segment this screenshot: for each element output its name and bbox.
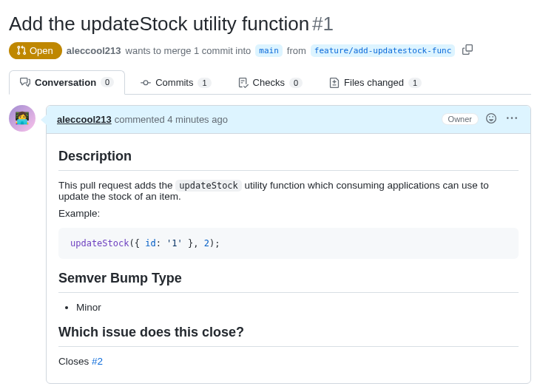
tab-count: 1 (408, 78, 422, 88)
pr-state-label: Open (30, 45, 53, 56)
git-commit-icon (141, 78, 151, 88)
comment-card: aleccool213 commented 4 minutes ago Owne… (46, 105, 531, 384)
merge-text-from: from (287, 45, 306, 56)
closes-issue-link[interactable]: #2 (92, 356, 103, 367)
tab-count: 0 (101, 77, 114, 87)
section-heading-description: Description (58, 149, 519, 171)
tab-conversation[interactable]: Conversation 0 (9, 70, 125, 95)
list-item: Minor (76, 302, 519, 313)
pr-author-link[interactable]: aleccool213 (67, 45, 121, 56)
section-heading-issue: Which issue does this close? (58, 325, 519, 347)
tab-label: Commits (155, 77, 193, 88)
example-label: Example: (58, 208, 519, 219)
semver-list: Minor (76, 302, 519, 313)
description-paragraph: This pull request adds the updateStock u… (58, 180, 519, 202)
code-example: updateStock({ id: '1' }, 2); (58, 228, 519, 259)
head-branch-chip[interactable]: feature/add-updatestock-func (311, 44, 455, 57)
tab-commits[interactable]: Commits 1 (129, 70, 222, 95)
git-pull-request-icon (16, 45, 27, 55)
copy-branch-icon[interactable] (459, 43, 476, 58)
file-diff-icon (329, 78, 340, 88)
comment-time: commented 4 minutes ago (115, 114, 228, 125)
comment-author-link[interactable]: aleccool213 (57, 114, 112, 125)
merge-text: wants to merge 1 commit into (126, 45, 252, 56)
tab-label: Files changed (344, 77, 404, 88)
tab-count: 1 (198, 78, 211, 88)
owner-badge: Owner (442, 113, 479, 125)
comment-discussion-icon (20, 77, 30, 87)
tab-bar: Conversation 0 Commits 1 Checks 0 Files … (9, 70, 531, 95)
add-reaction-icon[interactable] (483, 112, 499, 127)
pr-title: Add the updateStock utility function (9, 13, 309, 35)
base-branch-chip[interactable]: main (255, 44, 283, 57)
tab-label: Conversation (35, 77, 96, 88)
avatar[interactable]: 👩‍💻 (9, 105, 36, 132)
comment-body: Description This pull request adds the u… (47, 134, 530, 383)
kebab-menu-icon[interactable] (504, 112, 520, 127)
tab-checks[interactable]: Checks 0 (227, 70, 314, 95)
tab-count: 0 (289, 78, 303, 88)
pr-state-badge: Open (9, 42, 62, 59)
section-heading-semver: Semver Bump Type (58, 271, 519, 293)
tab-label: Checks (253, 77, 285, 88)
pr-number: #1 (312, 13, 334, 35)
checklist-icon (238, 78, 249, 88)
tab-files-changed[interactable]: Files changed 1 (318, 70, 433, 95)
closes-paragraph: Closes #2 (58, 356, 519, 367)
